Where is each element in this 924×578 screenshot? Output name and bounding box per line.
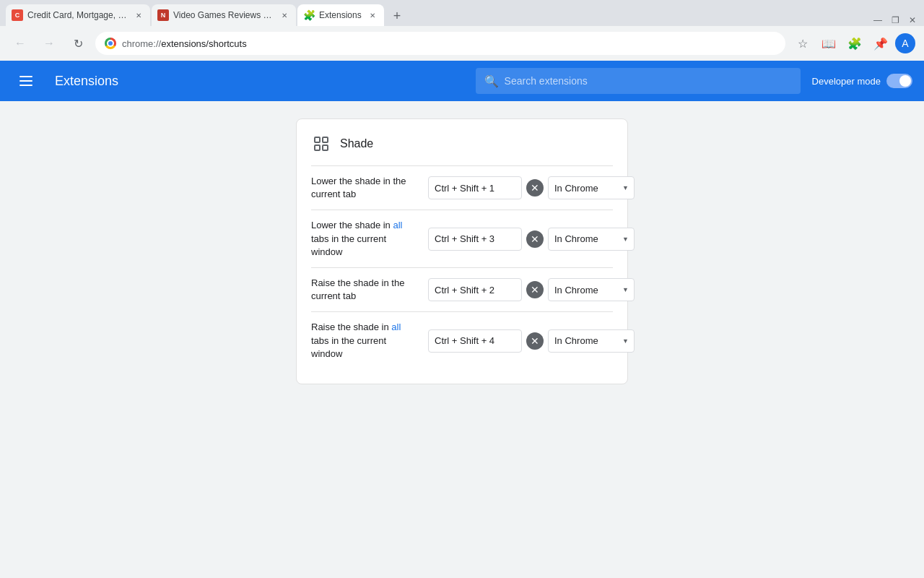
scope-select-wrap-3: In Chrome Global <box>548 278 635 301</box>
shortcut-desc-3: Raise the shade in the current tab <box>311 277 419 303</box>
address-bar[interactable]: chrome://extensions/shortcuts <box>95 32 785 55</box>
svg-rect-3 <box>315 137 320 142</box>
highlight-2: all <box>393 220 402 230</box>
scope-select-wrap-2: In Chrome Global <box>548 228 635 251</box>
developer-mode-label: Developer mode <box>812 76 881 87</box>
svg-rect-1 <box>19 80 32 82</box>
shortcut-row-4: Raise the shade in all tabs in the curre… <box>311 311 613 369</box>
scope-select-wrap-1: In Chrome Global <box>548 176 635 199</box>
extension-card: Shade Lower the shade in the current tab… <box>296 118 628 384</box>
search-input[interactable] <box>505 75 792 87</box>
refresh-button[interactable]: ↻ <box>66 32 90 55</box>
scope-select-1[interactable]: In Chrome Global <box>548 176 635 199</box>
back-button[interactable]: ← <box>9 32 32 55</box>
shortcut-desc-2: Lower the shade in all tabs in the curre… <box>311 219 419 259</box>
tab-extensions-favicon: 🧩 <box>303 9 315 21</box>
shortcut-input-4[interactable] <box>428 329 522 353</box>
shortcut-row-3: Raise the shade in the current tab ✕ In … <box>311 267 613 311</box>
shortcut-row-1: Lower the shade in the current tab ✕ In … <box>311 165 613 210</box>
svg-rect-5 <box>315 145 320 150</box>
clear-shortcut-4[interactable]: ✕ <box>526 332 544 350</box>
extension-name: Shade <box>340 137 373 150</box>
clear-shortcut-2[interactable]: ✕ <box>526 230 544 248</box>
scope-select-wrap-4: In Chrome Global <box>548 329 635 353</box>
close-button[interactable]: ✕ <box>907 14 918 26</box>
scope-select-4[interactable]: In Chrome Global <box>548 329 635 353</box>
shortcut-desc-1: Lower the shade in the current tab <box>311 175 419 201</box>
tab-extensions[interactable]: 🧩 Extensions ✕ <box>297 4 384 26</box>
nav-bar: ← → ↻ chrome://extensions/shortcuts ☆ 📖 … <box>0 26 924 61</box>
extensions-header: Extensions 🔍 Developer mode <box>0 61 924 101</box>
shortcut-input-3[interactable] <box>428 278 522 301</box>
clear-shortcut-1[interactable]: ✕ <box>526 179 544 197</box>
shortcut-input-1[interactable] <box>428 176 522 199</box>
tab-news[interactable]: N Video Games Reviews & News -... ✕ <box>152 4 296 26</box>
clear-shortcut-3[interactable]: ✕ <box>526 281 544 298</box>
svg-rect-4 <box>323 137 328 142</box>
scope-select-2[interactable]: In Chrome Global <box>548 228 635 251</box>
toolbar-icons: ☆ 📖 🧩 📌 A <box>791 32 915 55</box>
profile-button[interactable]: A <box>895 33 915 53</box>
extensions-button[interactable]: 🧩 <box>843 32 866 55</box>
new-tab-button[interactable]: + <box>387 6 407 26</box>
address-text: chrome://extensions/shortcuts <box>122 38 776 49</box>
address-scheme: chrome:// <box>122 38 161 49</box>
tab-credit-title: Credit Card, Mortgage, Banking... <box>27 10 130 20</box>
shortcut-input-wrap-4: ✕ In Chrome Global <box>428 329 635 353</box>
svg-rect-0 <box>19 76 32 77</box>
shortcut-input-wrap-3: ✕ In Chrome Global <box>428 278 635 301</box>
minimize-button[interactable]: — <box>872 14 884 26</box>
tabs-area: C Credit Card, Mortgage, Banking... ✕ N … <box>0 4 866 26</box>
address-favicon <box>105 38 116 49</box>
developer-mode-area: Developer mode <box>812 74 912 88</box>
tab-extensions-close[interactable]: ✕ <box>367 9 378 21</box>
tab-news-close[interactable]: ✕ <box>279 9 290 21</box>
toggle-knob <box>899 75 911 87</box>
shortcut-input-2[interactable] <box>428 228 522 251</box>
extensions-title: Extensions <box>55 74 464 89</box>
shortcut-input-wrap-2: ✕ In Chrome Global <box>428 228 635 251</box>
tab-news-favicon: N <box>157 9 169 21</box>
forward-button[interactable]: → <box>38 32 61 55</box>
address-path: extensions/shortcuts <box>161 38 247 49</box>
main-content: Shade Lower the shade in the current tab… <box>0 101 924 578</box>
title-bar: C Credit Card, Mortgage, Banking... ✕ N … <box>0 0 924 26</box>
svg-rect-2 <box>19 85 32 86</box>
scope-select-3[interactable]: In Chrome Global <box>548 278 635 301</box>
search-icon: 🔍 <box>484 74 499 88</box>
reading-list-button[interactable]: 📖 <box>817 32 840 55</box>
shortcut-input-wrap-1: ✕ In Chrome Global <box>428 176 635 199</box>
svg-rect-6 <box>323 145 328 150</box>
search-bar[interactable]: 🔍 <box>476 68 801 94</box>
tab-credit-close[interactable]: ✕ <box>133 9 144 21</box>
menu-button[interactable] <box>12 66 40 95</box>
developer-mode-toggle[interactable] <box>886 74 912 88</box>
tab-credit-favicon: C <box>12 9 23 21</box>
restore-button[interactable]: ❐ <box>889 14 901 26</box>
highlight-4: all <box>391 322 401 332</box>
tab-credit[interactable]: C Credit Card, Mortgage, Banking... ✕ <box>6 4 150 26</box>
shortcut-desc-4: Raise the shade in all tabs in the curre… <box>311 321 419 361</box>
extensions-pinned-button[interactable]: 📌 <box>869 32 892 55</box>
tab-extensions-title: Extensions <box>319 10 364 20</box>
extension-icon <box>311 134 331 154</box>
shortcut-row-2: Lower the shade in all tabs in the curre… <box>311 210 613 267</box>
tab-news-title: Video Games Reviews & News -... <box>173 10 276 20</box>
bookmark-button[interactable]: ☆ <box>791 32 814 55</box>
card-header: Shade <box>311 134 613 154</box>
window-controls: — ❐ ✕ <box>866 14 924 26</box>
